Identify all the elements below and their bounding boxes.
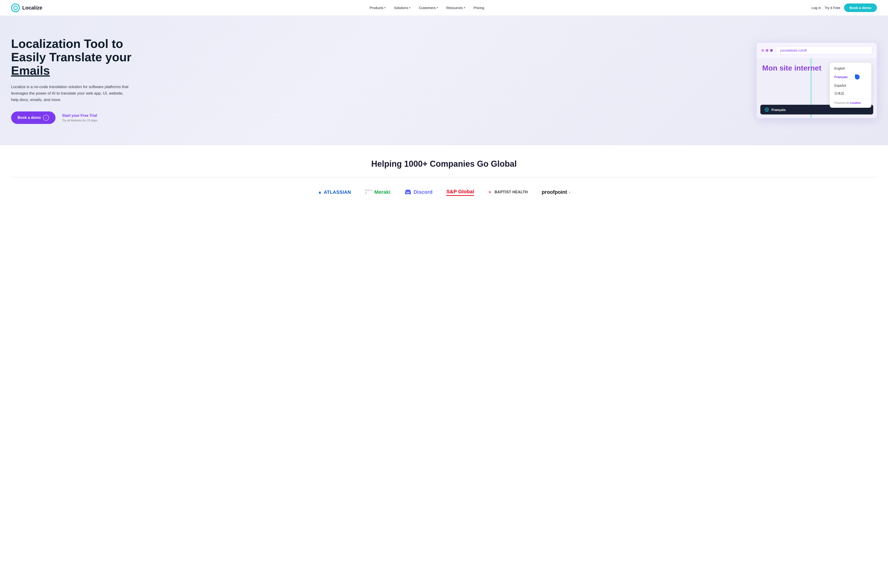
hero-trial: Start your Free Trial Try all features f… [62,114,98,122]
nav-products[interactable]: Products ▾ [366,4,389,12]
lang-spanish[interactable]: Español [830,82,872,90]
atlassian-text: ATLASSIAN [324,190,351,195]
logo-text: Localize [22,5,42,11]
baptist-icon: ✦ [488,189,492,195]
hero-section: Localization Tool to Easily Translate yo… [0,16,888,145]
powered-by-link[interactable]: Localize [850,101,861,105]
proofpoint-text: proofpoint [542,189,567,195]
nav-actions: Log in Try it Free Book a demo [812,3,877,12]
language-dropdown: English Français Español 日本語 Powered by … [830,63,872,108]
discord-text: Discord [414,189,432,195]
svg-point-0 [12,4,20,12]
arrow-icon: → [43,115,49,121]
hero-content: Localization Tool to Easily Translate yo… [11,37,131,124]
trial-subtext: Try all features for 15 days [62,118,98,122]
try-free-link[interactable]: Try it Free [825,6,840,10]
chevron-down-icon: ▾ [436,6,438,9]
browser-dots [761,49,773,52]
baptist-text: BAPTIST HEALTH [495,190,528,194]
hero-title: Localization Tool to Easily Translate yo… [11,37,131,78]
companies-title: Helping 1000+ Companies Go Global [11,159,877,169]
baptist-health-logo: ✦ BAPTIST HEALTH [488,189,528,195]
browser-bar: yourwebsite.com/fr [757,43,877,58]
sp-global-logo: S&P Global [446,189,474,196]
proofpoint-arrow: › [569,190,570,194]
navbar: Localize Products ▾ Solutions ▾ Customer… [0,0,888,16]
cisco-text: cisco [365,189,372,192]
hero-illustration: yourwebsite.com/fr Mon site internet Eng… [757,43,877,118]
hero-actions: Book a demo → Start your Free Trial Try … [11,111,131,124]
meraki-logo: cisco ⠿ Meraki [365,189,391,196]
discord-icon [404,189,412,196]
proofpoint-logo: proofpoint › [542,189,570,195]
chevron-down-icon: ▾ [464,6,465,9]
browser-dot-1 [761,49,764,52]
browser-mockup: yourwebsite.com/fr Mon site internet Eng… [757,43,877,118]
companies-section: Helping 1000+ Companies Go Global ▲ ATLA… [0,145,888,212]
browser-dot-3 [770,49,773,52]
discord-logo: Discord [404,189,432,196]
dropdown-divider [830,99,872,99]
hero-description: Localize is a no-code translation soluti… [11,84,131,103]
cisco-dots: ⠿ [365,192,372,195]
lang-english[interactable]: English [830,64,872,72]
login-link[interactable]: Log in [812,6,821,10]
chevron-down-icon: ▾ [409,6,411,9]
svg-point-1 [14,6,17,10]
lang-japanese[interactable]: 日本語 [830,90,872,98]
nav-links: Products ▾ Solutions ▾ Customers ▾ Resou… [366,4,487,12]
meraki-text: Meraki [374,189,391,195]
cursor-icon [855,75,860,80]
sp-container: S&P Global [446,189,474,196]
powered-by: Powered by Localize [830,100,872,106]
sp-text: S&P Global [446,189,474,195]
atlassian-icon: ▲ [318,190,322,195]
nav-pricing[interactable]: Pricing [470,4,488,12]
nav-solutions[interactable]: Solutions ▾ [391,4,414,12]
atlassian-logo: ▲ ATLASSIAN [318,190,351,195]
browser-url-bar: yourwebsite.com/fr [776,46,872,54]
nav-customers[interactable]: Customers ▾ [416,4,441,12]
logo-icon [11,3,20,12]
lang-french[interactable]: Français [830,72,872,82]
companies-divider [11,177,877,177]
free-trial-link[interactable]: Start your Free Trial [62,114,98,118]
book-demo-hero-button[interactable]: Book a demo → [11,111,56,124]
globe-icon [765,107,769,112]
chevron-down-icon: ▾ [384,6,386,9]
companies-logos: ▲ ATLASSIAN cisco ⠿ Meraki Discord S&P G… [11,189,877,196]
browser-dot-2 [766,49,768,52]
nav-resources[interactable]: Resources ▾ [443,4,468,12]
book-demo-nav-button[interactable]: Book a demo [844,3,877,12]
logo-link[interactable]: Localize [11,3,42,12]
browser-content: Mon site internet English Français Españ… [757,58,877,118]
